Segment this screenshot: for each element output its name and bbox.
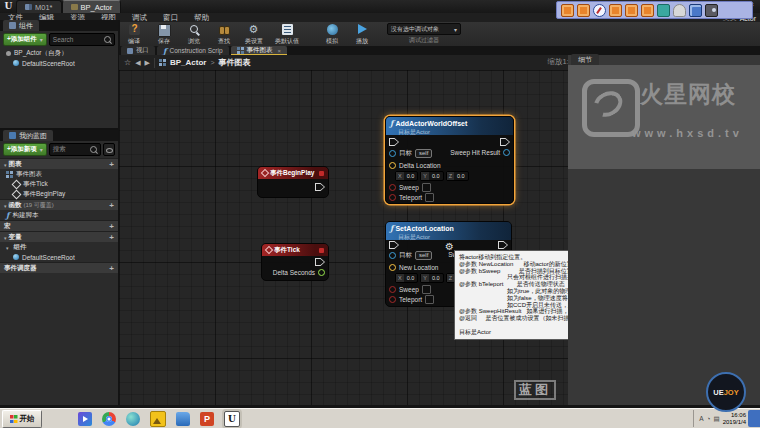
add-function-icon[interactable]: + xyxy=(109,201,114,210)
lamp-icon[interactable] xyxy=(673,4,686,17)
nav-forward-icon[interactable]: ▶ xyxy=(145,59,150,67)
new-location-row[interactable]: New Location xyxy=(389,264,438,271)
teleport-checkbox[interactable] xyxy=(425,295,434,304)
image-viewer-icon[interactable] xyxy=(150,411,166,427)
exec-in-pin[interactable] xyxy=(389,241,399,249)
component-tree-root[interactable]: BP_Actor（自身） xyxy=(0,48,118,58)
powerpoint-icon[interactable]: P xyxy=(200,412,214,426)
menu-window[interactable]: 窗口 xyxy=(155,13,186,23)
class-settings-button[interactable]: 类设置 xyxy=(239,23,269,47)
bool-pin[interactable] xyxy=(389,194,396,201)
self-value-box[interactable]: self xyxy=(415,251,432,260)
simulate-button[interactable]: 模拟 xyxy=(317,23,347,47)
y-input[interactable]: Y0.0 xyxy=(420,171,443,181)
exec-out-pin[interactable] xyxy=(500,138,510,146)
bool-pin[interactable] xyxy=(389,184,396,191)
add-macro-icon[interactable]: + xyxy=(109,222,114,231)
component-tree-item[interactable]: DefaultSceneRoot xyxy=(0,58,118,68)
input-method-icon[interactable]: A xyxy=(699,415,703,422)
favorite-star-icon[interactable] xyxy=(124,58,131,67)
annotation-window-icon[interactable] xyxy=(577,4,590,17)
annotation-record-icon[interactable] xyxy=(609,4,622,17)
add-dispatcher-icon[interactable]: + xyxy=(109,264,114,273)
float-pin[interactable] xyxy=(318,269,325,276)
target-pin-row[interactable]: 目标 self xyxy=(389,149,432,158)
nav-back-icon[interactable]: ◀ xyxy=(135,59,140,67)
compile-button[interactable]: 编译 xyxy=(119,23,149,47)
window-tab-level[interactable]: M01* xyxy=(16,0,62,13)
tab-components[interactable]: 组件 xyxy=(3,20,39,31)
media-player-icon[interactable] xyxy=(78,412,92,426)
menu-help[interactable]: 帮助 xyxy=(186,13,217,23)
event-graph-canvas[interactable]: 事件BeginPlay 事件Tick Delta Seconds AddActo… xyxy=(119,70,568,405)
self-value-box[interactable]: self xyxy=(415,149,432,158)
browser-globe-icon[interactable] xyxy=(126,412,140,426)
exec-in-pin[interactable] xyxy=(389,138,399,146)
screen-share-icon[interactable] xyxy=(689,4,702,17)
find-button[interactable]: 查找 xyxy=(209,23,239,47)
printer-tray-icon[interactable]: ▤ xyxy=(713,415,719,423)
add-new-button[interactable]: +添加新项 xyxy=(3,143,47,156)
z-input[interactable]: Z0.0 xyxy=(446,171,469,181)
tab-construction-script[interactable]: ƒ Construction Scrip xyxy=(157,46,229,55)
vector-pin[interactable] xyxy=(389,264,396,271)
debug-object-dropdown[interactable]: 没有选中调试对象 xyxy=(387,23,461,35)
x-input[interactable]: X0.0 xyxy=(395,171,418,181)
clock-tray-icon[interactable]: ◔ xyxy=(707,415,711,422)
tree-event-tick[interactable]: 事件Tick xyxy=(0,179,118,189)
myblueprint-search-input[interactable]: 搜索 xyxy=(49,143,101,156)
compass-icon[interactable] xyxy=(593,4,606,17)
annotation-marker-icon[interactable] xyxy=(641,4,654,17)
tree-defaultsceneroot-variable[interactable]: DefaultSceneRoot xyxy=(0,252,118,262)
annotation-mode-icon[interactable] xyxy=(561,4,574,17)
target-pin-row[interactable]: 目标 self xyxy=(389,251,432,260)
object-pin[interactable] xyxy=(389,150,396,157)
breadcrumb-root[interactable]: BP_Actor xyxy=(170,58,206,67)
vector-pin[interactable] xyxy=(389,162,396,169)
breadcrumb-current[interactable]: 事件图表 xyxy=(219,57,251,68)
sweep-checkbox[interactable] xyxy=(422,285,431,294)
components-search-input[interactable]: Search xyxy=(49,33,115,46)
play-button[interactable]: 播放 xyxy=(347,23,377,47)
tab-my-blueprint[interactable]: 我的蓝图 xyxy=(3,130,53,141)
folder-icon[interactable] xyxy=(176,412,190,426)
tree-event-graph[interactable]: 事件图表 xyxy=(0,169,118,179)
tab-viewport[interactable]: 视口 xyxy=(121,46,155,55)
annotation-broadcast-icon[interactable] xyxy=(657,4,670,17)
tree-construction-script[interactable]: ƒ 构建脚本 xyxy=(0,210,118,220)
teleport-row[interactable]: Teleport xyxy=(389,295,434,304)
section-event-dispatchers[interactable]: 事件调度器 + xyxy=(0,262,118,273)
exec-out-pin[interactable] xyxy=(315,183,325,191)
language-bar-icon[interactable] xyxy=(748,410,760,427)
start-button[interactable]: 开始 xyxy=(2,410,42,428)
tree-event-beginplay[interactable]: 事件BeginPlay xyxy=(0,189,118,199)
taskbar-clock[interactable]: 16:06 2019/1/4 xyxy=(723,412,746,425)
save-button[interactable]: 保存 xyxy=(149,23,179,47)
sweep-checkbox[interactable] xyxy=(422,183,431,192)
class-defaults-button[interactable]: 类默认值 xyxy=(269,23,305,47)
browse-button[interactable]: 浏览 xyxy=(179,23,209,47)
node-addactorworldoffset[interactable]: AddActorWorldOffset 目标是Actor 目标 self Swe… xyxy=(385,116,514,204)
add-graph-icon[interactable]: + xyxy=(109,160,114,169)
section-macros[interactable]: 宏 + xyxy=(0,220,118,231)
window-tab-blueprint[interactable]: BP_Actor xyxy=(62,0,122,13)
section-variables[interactable]: 变量 + xyxy=(0,231,118,242)
tab-details[interactable]: 细节 xyxy=(571,54,599,65)
node-event-beginplay[interactable]: 事件BeginPlay xyxy=(257,166,329,198)
section-functions[interactable]: 函数 (19 可覆盖) + xyxy=(0,199,118,210)
sweep-row[interactable]: Sweep xyxy=(389,183,431,192)
annotation-capture-icon[interactable] xyxy=(625,4,638,17)
delta-location-row[interactable]: Delta Location xyxy=(389,162,441,169)
unreal-engine-taskbar-icon[interactable]: U xyxy=(224,411,240,427)
sweep-hit-result-row[interactable]: Sweep Hit Result xyxy=(450,149,510,156)
add-component-button[interactable]: +添加组件 xyxy=(3,33,47,46)
menu-debug[interactable]: 调试 xyxy=(124,13,155,23)
tab-event-graph[interactable]: 事件图表 xyxy=(231,46,288,55)
add-variable-icon[interactable]: + xyxy=(109,233,114,242)
teleport-checkbox[interactable] xyxy=(425,193,434,202)
section-graphs[interactable]: 图表 + xyxy=(0,158,118,169)
teleport-row[interactable]: Teleport xyxy=(389,193,434,202)
bool-pin[interactable] xyxy=(389,286,396,293)
sweep-row[interactable]: Sweep xyxy=(389,285,431,294)
variables-components-group[interactable]: 组件 xyxy=(0,242,118,252)
